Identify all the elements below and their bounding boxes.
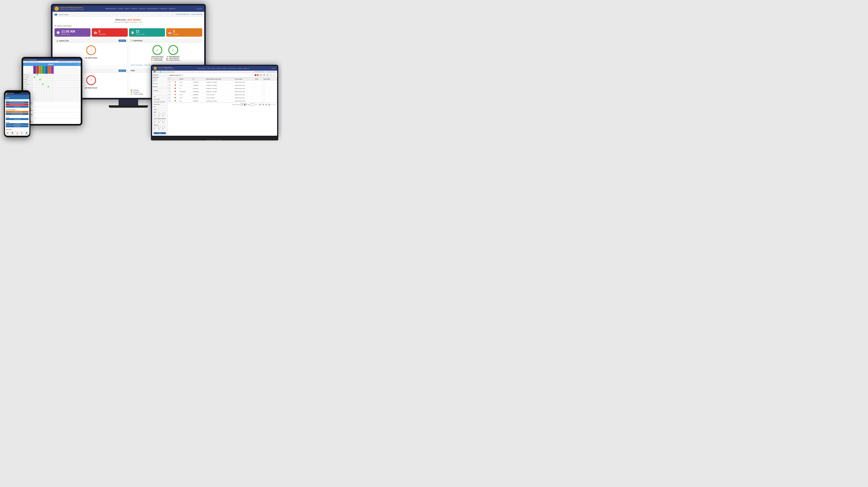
nav-options[interactable]: Options ▾ bbox=[169, 8, 176, 9]
nav-administrators[interactable]: Administrators ▾ bbox=[105, 8, 116, 9]
row-4-synced[interactable]: ✓ bbox=[264, 94, 265, 95]
phone-resume-hold-btn[interactable]: Resume Hold Open for all Doors bbox=[6, 102, 29, 103]
laptop-filter-toggle[interactable]: ⚙ bbox=[182, 74, 183, 76]
phone-nav-home[interactable]: 🏠 Home bbox=[6, 132, 8, 135]
laptop-sidebar-bottom-level[interactable]: BottomLevel bbox=[153, 77, 167, 78]
row-1-synced[interactable]: ✓ bbox=[264, 85, 265, 86]
laptop-nav-people[interactable]: People ▾ bbox=[216, 68, 221, 69]
nav-keys[interactable]: Keys ▾ bbox=[125, 8, 129, 9]
row-5-reset bbox=[255, 96, 263, 99]
laptop-download-link[interactable]: ⬇ Download CyberLink 2 bbox=[254, 71, 265, 73]
laptop-nav-communicators[interactable]: Communicators ▾ bbox=[227, 68, 237, 69]
laptop-nav-locks[interactable]: Locks ▾ bbox=[207, 68, 211, 69]
phone-nav-people[interactable]: 👤 People bbox=[26, 132, 28, 135]
laptop-sidebar-toplevel[interactable]: TopLevel bbox=[153, 80, 167, 81]
last-page-btn[interactable]: ▶| bbox=[268, 103, 271, 106]
laptop-apply-filter-btn[interactable]: Apply bbox=[154, 132, 166, 134]
nav-reports[interactable]: Reports ▾ bbox=[160, 8, 167, 9]
flashlocks-add-btn[interactable]: Add New bbox=[119, 69, 126, 72]
first-page-btn[interactable]: |◀ bbox=[259, 103, 261, 106]
row-4-checkbox[interactable] bbox=[169, 94, 170, 95]
laptop-sidebar-lowernode[interactable]: LowerNode bbox=[153, 83, 167, 84]
row-2-synced[interactable]: ✓ bbox=[264, 88, 265, 89]
unprogrammed-any-radio[interactable] bbox=[154, 119, 156, 122]
phone-view-assnt-btn[interactable]: View All Assnt bbox=[6, 125, 29, 127]
laptop-nav-options[interactable]: Options ▾ bbox=[244, 68, 249, 69]
row-5-synced[interactable]: ✓ bbox=[264, 97, 265, 98]
download-cyberlink-link[interactable]: Download CyberLink 2 bbox=[176, 13, 189, 15]
nav-people[interactable]: People ▾ bbox=[131, 8, 137, 9]
row-5-checkbox[interactable] bbox=[169, 97, 170, 98]
row-0-synced[interactable]: ✓ bbox=[264, 81, 265, 83]
laptop-sidebar-art[interactable]: Art bbox=[153, 81, 167, 83]
lock-filter-2-edit[interactable]: ✏ bbox=[32, 121, 33, 123]
laptop-tool-btn-4[interactable]: + bbox=[270, 74, 272, 77]
changed-yes-radio[interactable] bbox=[158, 125, 160, 128]
phone-view-people-btn[interactable]: View All People bbox=[6, 123, 29, 125]
phone-view-issues-btn[interactable]: View all Issues bbox=[6, 106, 29, 108]
matrix-options[interactable]: ● ≡ bbox=[78, 63, 80, 65]
row-1-checkbox[interactable] bbox=[169, 84, 170, 86]
row-0-checkbox[interactable] bbox=[169, 81, 170, 83]
tablet-nav-reports[interactable]: Reports ▾ bbox=[73, 59, 76, 60]
filter-edit-icon[interactable]: ✏ bbox=[31, 104, 33, 106]
row-6-synced[interactable]: ✓ bbox=[264, 100, 265, 102]
phone-nav-locks[interactable]: 🔒 Locks bbox=[16, 132, 18, 135]
tablet-logout[interactable]: Log Out bbox=[77, 59, 80, 60]
laptop-logout-btn[interactable]: Log Out bbox=[272, 68, 276, 69]
laptop-nav-keys[interactable]: Keys ▾ bbox=[212, 68, 215, 69]
prev-page-btn[interactable]: ◀ bbox=[262, 103, 264, 106]
welcome-name: Ann Smith bbox=[127, 18, 140, 21]
access-lists-label: Access Lists bbox=[136, 33, 145, 35]
rows-per-page-select[interactable]: 10 20 50 bbox=[241, 103, 247, 106]
laptop-sidebar-templeunit[interactable]: templeunit bbox=[153, 78, 167, 80]
unprogrammed-no-radio[interactable] bbox=[162, 119, 165, 122]
col-name[interactable]: Name ▾ bbox=[179, 78, 192, 81]
laptop-tool-btn-5[interactable]: − bbox=[273, 74, 276, 77]
lock-filter-edit-icon[interactable]: ✏ bbox=[32, 110, 33, 111]
unprogrammed-yes-radio[interactable] bbox=[158, 119, 160, 122]
laptop-home-icon[interactable]: ⊞ bbox=[154, 71, 156, 73]
launch-cyberlink-link[interactable]: Launch CyberLink bbox=[191, 13, 202, 15]
row-6-reset bbox=[255, 99, 263, 103]
tablet-nav-admin[interactable]: Administrators ▾ bbox=[56, 59, 62, 60]
laptop-tool-btn-1[interactable]: ☰ bbox=[259, 74, 262, 77]
phone-nav-doors[interactable]: 🚪 Doors bbox=[11, 132, 13, 135]
changed-no-radio[interactable] bbox=[162, 125, 165, 128]
select-all-checkbox[interactable] bbox=[169, 78, 170, 80]
phone-view-hub-btn[interactable]: View All Inter-hub Signals bbox=[6, 113, 29, 115]
reset-any-radio[interactable] bbox=[154, 113, 156, 115]
laptop-holdname-input[interactable] bbox=[154, 92, 161, 94]
row-3-checkbox[interactable] bbox=[169, 91, 170, 92]
next-page-btn[interactable]: ▶ bbox=[265, 103, 267, 106]
nav-locks[interactable]: Locks ▾ bbox=[118, 8, 123, 9]
nav-access[interactable]: Access ▾ bbox=[139, 8, 145, 9]
laptop-launch-link[interactable]: 🔗 Launch CyberLink bbox=[266, 71, 276, 73]
reset-yes-radio[interactable] bbox=[158, 113, 160, 115]
phone-suspend-hold-btn[interactable]: Suspend Hold Open for all Doors bbox=[6, 104, 29, 106]
page-number-input[interactable] bbox=[251, 103, 255, 106]
logout-button[interactable]: Log Out bbox=[197, 8, 202, 9]
laptop-nav-admin[interactable]: Administrators ▾ bbox=[197, 68, 206, 69]
changed-any-radio[interactable] bbox=[154, 125, 156, 128]
row-3-synced[interactable]: ✓ bbox=[264, 91, 265, 92]
phone-nav-info[interactable]: ℹ Info bbox=[21, 132, 23, 135]
cyberlocks-add-btn[interactable]: Add New bbox=[119, 39, 126, 42]
tablet-download-link[interactable]: ⬇ Download CyberLink 2 🔗 Launch CyberLin… bbox=[58, 61, 80, 62]
laptop-nav-reports[interactable]: Reports ▾ bbox=[238, 68, 243, 69]
row-6-checkbox[interactable] bbox=[169, 100, 170, 102]
tablet-nav-locks[interactable]: Locks ▾ bbox=[62, 59, 65, 60]
person-filter-edit[interactable]: ✏ bbox=[31, 115, 33, 117]
laptop-tool-btn-3[interactable]: ⬇ bbox=[266, 74, 269, 77]
reset-no-radio[interactable] bbox=[162, 113, 165, 115]
laptop-nav-access[interactable]: Access ▾ bbox=[222, 68, 226, 69]
laptop-tool-btn-2[interactable]: ⊞ bbox=[263, 74, 266, 77]
home-icon[interactable]: ⊞ bbox=[55, 14, 57, 16]
nav-communicators[interactable]: Communicators ▾ bbox=[147, 8, 159, 9]
tablet-nav-keys[interactable]: Keys ▾ bbox=[66, 59, 68, 60]
how-to-issue-keys-link[interactable]: How To Issue Keys bbox=[131, 64, 142, 66]
tablet-nav-people[interactable]: People ▾ bbox=[69, 59, 72, 60]
phone-view-locks-btn[interactable]: View All Locks bbox=[6, 118, 29, 120]
row-2-checkbox[interactable] bbox=[169, 87, 170, 89]
phone-cancel-signals-btn[interactable]: Cancel All Active Signals bbox=[6, 111, 29, 113]
